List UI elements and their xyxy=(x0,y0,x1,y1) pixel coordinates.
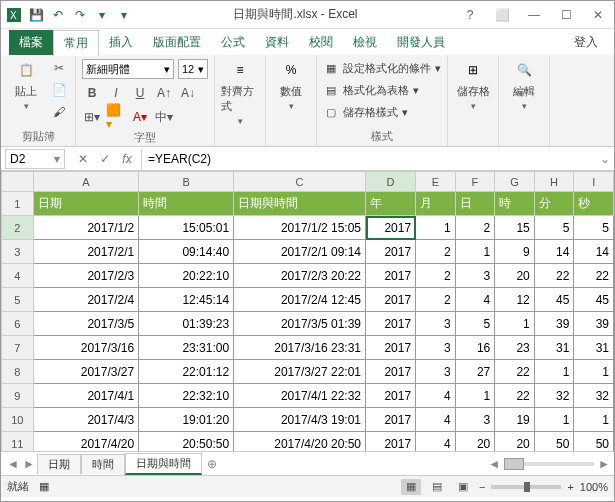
cell-F7[interactable]: 16 xyxy=(455,336,495,360)
cell-D7[interactable]: 2017 xyxy=(366,336,416,360)
cell-D2[interactable]: 2017 xyxy=(366,216,416,240)
cell-G8[interactable]: 22 xyxy=(495,360,535,384)
cell-A3[interactable]: 2017/2/1 xyxy=(33,240,139,264)
cell-B10[interactable]: 19:01:20 xyxy=(139,408,234,432)
cell-H7[interactable]: 31 xyxy=(534,336,574,360)
save-icon[interactable]: 💾 xyxy=(27,6,45,24)
row-head-10[interactable]: 10 xyxy=(2,408,34,432)
cell-F4[interactable]: 3 xyxy=(455,264,495,288)
name-box[interactable]: D2▾ xyxy=(5,149,65,169)
cell-E9[interactable]: 4 xyxy=(416,384,456,408)
cell-D8[interactable]: 2017 xyxy=(366,360,416,384)
cells-button[interactable]: ⊞ 儲存格 ▾ xyxy=(454,58,492,111)
cell-G9[interactable]: 22 xyxy=(495,384,535,408)
cell-E11[interactable]: 4 xyxy=(416,432,456,452)
cell-B2[interactable]: 15:05:01 xyxy=(139,216,234,240)
row-head-7[interactable]: 7 xyxy=(2,336,34,360)
increase-font-icon[interactable]: A↑ xyxy=(154,83,174,103)
select-all-corner[interactable] xyxy=(2,172,34,192)
cell-C10[interactable]: 2017/4/3 19:01 xyxy=(234,408,366,432)
cell-H11[interactable]: 50 xyxy=(534,432,574,452)
tab-developer[interactable]: 開發人員 xyxy=(387,30,455,55)
cell-D10[interactable]: 2017 xyxy=(366,408,416,432)
bold-button[interactable]: B xyxy=(82,83,102,103)
header-cell[interactable]: 分 xyxy=(534,192,574,216)
cell-B5[interactable]: 12:45:14 xyxy=(139,288,234,312)
number-button[interactable]: % 數值 ▾ xyxy=(272,58,310,111)
zoom-in-icon[interactable]: + xyxy=(567,481,573,493)
add-sheet-icon[interactable]: ⊕ xyxy=(202,457,222,471)
col-head-D[interactable]: D xyxy=(366,172,416,192)
cell-F6[interactable]: 5 xyxy=(455,312,495,336)
cell-B11[interactable]: 20:50:50 xyxy=(139,432,234,452)
cell-C6[interactable]: 2017/3/5 01:39 xyxy=(234,312,366,336)
cell-F10[interactable]: 3 xyxy=(455,408,495,432)
cell-A10[interactable]: 2017/4/3 xyxy=(33,408,139,432)
tab-formulas[interactable]: 公式 xyxy=(211,30,255,55)
cell-I11[interactable]: 50 xyxy=(574,432,614,452)
cell-B8[interactable]: 22:01:12 xyxy=(139,360,234,384)
cell-G10[interactable]: 19 xyxy=(495,408,535,432)
cell-H4[interactable]: 22 xyxy=(534,264,574,288)
cell-F11[interactable]: 20 xyxy=(455,432,495,452)
format-as-table-button[interactable]: ▤格式化為表格 ▾ xyxy=(323,80,419,100)
cell-E8[interactable]: 3 xyxy=(416,360,456,384)
cell-I8[interactable]: 1 xyxy=(574,360,614,384)
maximize-icon[interactable]: ☐ xyxy=(554,5,578,25)
sheet-tab-date[interactable]: 日期 xyxy=(37,454,81,474)
close-icon[interactable]: ✕ xyxy=(586,5,610,25)
cell-H9[interactable]: 32 xyxy=(534,384,574,408)
cell-D9[interactable]: 2017 xyxy=(366,384,416,408)
zoom-out-icon[interactable]: − xyxy=(479,481,485,493)
col-head-E[interactable]: E xyxy=(416,172,456,192)
cell-G2[interactable]: 15 xyxy=(495,216,535,240)
row-head-8[interactable]: 8 xyxy=(2,360,34,384)
header-cell[interactable]: 日 xyxy=(455,192,495,216)
cell-F8[interactable]: 27 xyxy=(455,360,495,384)
tab-insert[interactable]: 插入 xyxy=(99,30,143,55)
col-head-B[interactable]: B xyxy=(139,172,234,192)
cell-H8[interactable]: 1 xyxy=(534,360,574,384)
tab-review[interactable]: 校閱 xyxy=(299,30,343,55)
sheet-nav-next-icon[interactable]: ► xyxy=(21,457,37,471)
font-color-button[interactable]: A▾ xyxy=(130,107,150,127)
header-cell[interactable]: 日期與時間 xyxy=(234,192,366,216)
cell-A8[interactable]: 2017/3/27 xyxy=(33,360,139,384)
cell-F3[interactable]: 1 xyxy=(455,240,495,264)
confirm-icon[interactable]: ✓ xyxy=(95,149,115,169)
cell-C2[interactable]: 2017/1/2 15:05 xyxy=(234,216,366,240)
font-select[interactable]: 新細明體▾ xyxy=(82,59,174,79)
row-head-6[interactable]: 6 xyxy=(2,312,34,336)
format-painter-icon[interactable]: 🖌 xyxy=(49,102,69,122)
view-pagebreak-icon[interactable]: ▣ xyxy=(453,479,473,495)
cell-H2[interactable]: 5 xyxy=(534,216,574,240)
cell-C9[interactable]: 2017/4/1 22:32 xyxy=(234,384,366,408)
header-cell[interactable]: 時 xyxy=(495,192,535,216)
cell-F5[interactable]: 4 xyxy=(455,288,495,312)
cell-B3[interactable]: 09:14:40 xyxy=(139,240,234,264)
cell-D5[interactable]: 2017 xyxy=(366,288,416,312)
col-head-I[interactable]: I xyxy=(574,172,614,192)
qat-customize-icon[interactable]: ▾ xyxy=(115,6,133,24)
paste-button[interactable]: 📋 貼上 ▾ xyxy=(7,58,45,111)
grid[interactable]: ABCDEFGHI1日期時間日期與時間年月日時分秒22017/1/215:05:… xyxy=(1,171,614,451)
col-head-A[interactable]: A xyxy=(33,172,139,192)
tab-file[interactable]: 檔案 xyxy=(9,30,53,55)
cell-I9[interactable]: 32 xyxy=(574,384,614,408)
cell-A2[interactable]: 2017/1/2 xyxy=(33,216,139,240)
expand-formula-icon[interactable]: ⌄ xyxy=(596,152,614,166)
redo-icon[interactable]: ↷ xyxy=(71,6,89,24)
ribbon-options-icon[interactable]: ⬜ xyxy=(490,5,514,25)
cell-D4[interactable]: 2017 xyxy=(366,264,416,288)
header-cell[interactable]: 日期 xyxy=(33,192,139,216)
cell-H3[interactable]: 14 xyxy=(534,240,574,264)
cell-F9[interactable]: 1 xyxy=(455,384,495,408)
login-link[interactable]: 登入 xyxy=(564,30,608,55)
cut-icon[interactable]: ✂ xyxy=(49,58,69,78)
row-head-4[interactable]: 4 xyxy=(2,264,34,288)
header-cell[interactable]: 秒 xyxy=(574,192,614,216)
cell-G4[interactable]: 20 xyxy=(495,264,535,288)
row-head-2[interactable]: 2 xyxy=(2,216,34,240)
italic-button[interactable]: I xyxy=(106,83,126,103)
cell-I2[interactable]: 5 xyxy=(574,216,614,240)
